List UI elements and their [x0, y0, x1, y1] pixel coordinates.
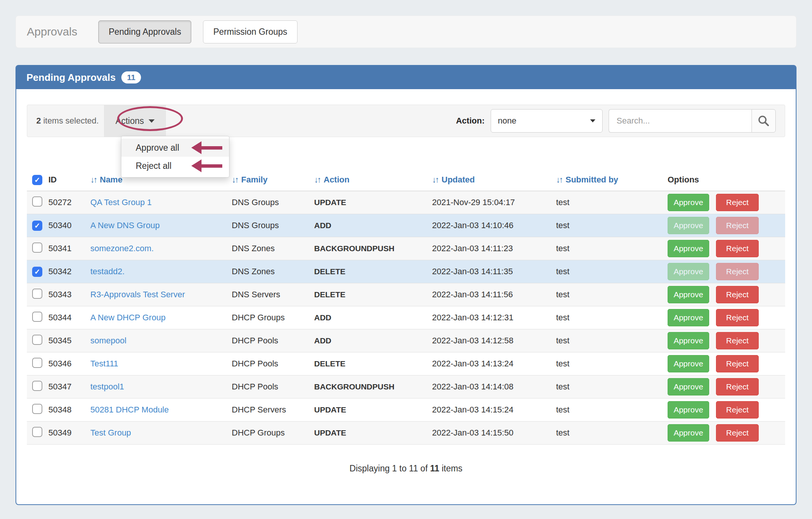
- approve-button[interactable]: Approve: [668, 194, 709, 211]
- cell-updated: 2022-Jan-03 14:11:23: [432, 244, 556, 253]
- page-title: Approvals: [27, 25, 77, 38]
- reject-button[interactable]: Reject: [716, 286, 759, 303]
- cell-id: 50347: [48, 382, 90, 392]
- row-checkbox[interactable]: [32, 196, 42, 207]
- cell-action: DELETE: [314, 267, 432, 276]
- reject-button[interactable]: Reject: [716, 401, 759, 419]
- approve-button[interactable]: Approve: [668, 263, 709, 280]
- cell-name-link[interactable]: somezone2.com.: [90, 244, 154, 253]
- panel-title: Pending Approvals: [26, 72, 116, 83]
- table-row: 50347 testpool1 DHCP Pools BACKGROUNDPUS…: [27, 375, 785, 399]
- table-row: 50342 testadd2. DNS Zones DELETE 2022-Ja…: [27, 260, 785, 283]
- cell-name-link[interactable]: somepool: [90, 336, 126, 345]
- cell-action: UPDATE: [314, 405, 432, 414]
- cell-name-link[interactable]: 50281 DHCP Module: [90, 405, 169, 414]
- approve-button[interactable]: Approve: [668, 401, 709, 419]
- approve-button[interactable]: Approve: [668, 309, 709, 326]
- column-header-updated[interactable]: ↓↑ Updated: [432, 175, 556, 185]
- approve-button[interactable]: Approve: [668, 355, 709, 372]
- reject-button[interactable]: Reject: [716, 424, 759, 442]
- tab-pending-approvals[interactable]: Pending Approvals: [98, 20, 191, 43]
- approve-button[interactable]: Approve: [668, 286, 709, 303]
- row-checkbox[interactable]: [32, 335, 42, 345]
- row-checkbox[interactable]: [32, 312, 42, 322]
- cell-family: DNS Zones: [232, 267, 314, 276]
- cell-id: 50348: [48, 405, 90, 415]
- table-row: 50341 somezone2.com. DNS Zones BACKGROUN…: [27, 237, 785, 260]
- column-header-label: Action: [324, 175, 349, 185]
- cell-name-link[interactable]: R3-Approvals Test Server: [90, 290, 185, 299]
- cell-name-link[interactable]: testadd2.: [90, 267, 125, 276]
- select-all-checkbox[interactable]: [32, 175, 42, 185]
- sort-icon: ↓↑: [90, 175, 96, 185]
- cell-name-link[interactable]: testpool1: [90, 382, 124, 391]
- sort-icon: ↓↑: [432, 175, 438, 185]
- approve-button[interactable]: Approve: [668, 424, 709, 442]
- cell-action: BACKGROUNDPUSH: [314, 382, 432, 391]
- cell-id: 50343: [48, 290, 90, 300]
- search-icon: [758, 115, 770, 127]
- cell-submitted-by: test: [556, 313, 668, 323]
- reject-button[interactable]: Reject: [716, 217, 759, 234]
- row-checkbox[interactable]: [32, 267, 42, 277]
- row-checkbox[interactable]: [32, 289, 42, 299]
- search-group: [609, 109, 776, 133]
- cell-id: 50340: [48, 221, 90, 230]
- cell-updated: 2022-Jan-03 14:13:24: [432, 359, 556, 369]
- reject-button[interactable]: Reject: [716, 263, 759, 280]
- action-select[interactable]: none: [491, 109, 603, 133]
- cell-updated: 2022-Jan-03 14:10:46: [432, 221, 556, 230]
- cell-name-link[interactable]: A New DHCP Group: [90, 313, 166, 322]
- reject-button[interactable]: Reject: [716, 309, 759, 326]
- column-header-submitted-by[interactable]: ↓↑ Submitted by: [556, 175, 668, 185]
- cell-submitted-by: test: [556, 221, 668, 230]
- reject-button[interactable]: Reject: [716, 194, 759, 211]
- cell-name-link[interactable]: Test Group: [90, 428, 131, 437]
- search-button[interactable]: [752, 109, 776, 133]
- search-input[interactable]: [609, 109, 752, 133]
- cell-id: 50345: [48, 336, 90, 346]
- column-header-id: ID: [48, 175, 90, 185]
- cell-name-link[interactable]: QA Test Group 1: [90, 198, 152, 207]
- selected-count: 2: [36, 116, 41, 125]
- row-checkbox[interactable]: [32, 358, 42, 368]
- column-header-options: Options: [668, 175, 785, 185]
- selected-label: items selected.: [43, 116, 99, 125]
- menu-item-label: Reject all: [136, 161, 172, 171]
- menu-item-approve-all[interactable]: Approve all: [121, 139, 229, 157]
- cell-name-link[interactable]: Test111: [90, 359, 118, 368]
- caret-down-icon: [149, 119, 155, 123]
- panel-count-badge: 11: [121, 71, 141, 83]
- actions-dropdown-button[interactable]: Actions: [104, 105, 166, 137]
- menu-item-reject-all[interactable]: Reject all: [121, 157, 229, 175]
- row-checkbox[interactable]: [32, 243, 42, 253]
- table-row: 50348 50281 DHCP Module DHCP Servers UPD…: [27, 399, 785, 422]
- reject-button[interactable]: Reject: [716, 332, 759, 349]
- cell-family: DHCP Groups: [232, 313, 314, 323]
- reject-button[interactable]: Reject: [716, 355, 759, 372]
- cell-updated: 2022-Jan-03 14:14:08: [432, 382, 556, 392]
- column-header-action[interactable]: ↓↑ Action: [314, 175, 432, 185]
- cell-submitted-by: test: [556, 405, 668, 415]
- approve-button[interactable]: Approve: [668, 217, 709, 234]
- row-checkbox[interactable]: [32, 427, 42, 437]
- cell-submitted-by: test: [556, 336, 668, 346]
- approve-button[interactable]: Approve: [668, 332, 709, 349]
- annotation-arrow-icon: [191, 159, 222, 172]
- pagination-total: 11: [430, 463, 439, 473]
- menu-item-label: Approve all: [136, 143, 179, 153]
- cell-updated: 2022-Jan-03 14:12:31: [432, 313, 556, 323]
- row-checkbox[interactable]: [32, 404, 42, 414]
- reject-button[interactable]: Reject: [716, 240, 759, 257]
- tab-permission-groups[interactable]: Permission Groups: [203, 20, 298, 43]
- cell-name-link[interactable]: A New DNS Group: [90, 221, 160, 230]
- approve-button[interactable]: Approve: [668, 240, 709, 257]
- row-checkbox[interactable]: [32, 221, 42, 231]
- row-checkbox[interactable]: [32, 381, 42, 391]
- top-bar: Approvals Pending Approvals Permission G…: [15, 15, 797, 48]
- column-header-family[interactable]: ↓↑ Family: [232, 175, 314, 185]
- reject-button[interactable]: Reject: [716, 378, 759, 395]
- cell-id: 50272: [48, 198, 90, 207]
- approve-button[interactable]: Approve: [668, 378, 709, 395]
- cell-action: ADD: [314, 221, 432, 230]
